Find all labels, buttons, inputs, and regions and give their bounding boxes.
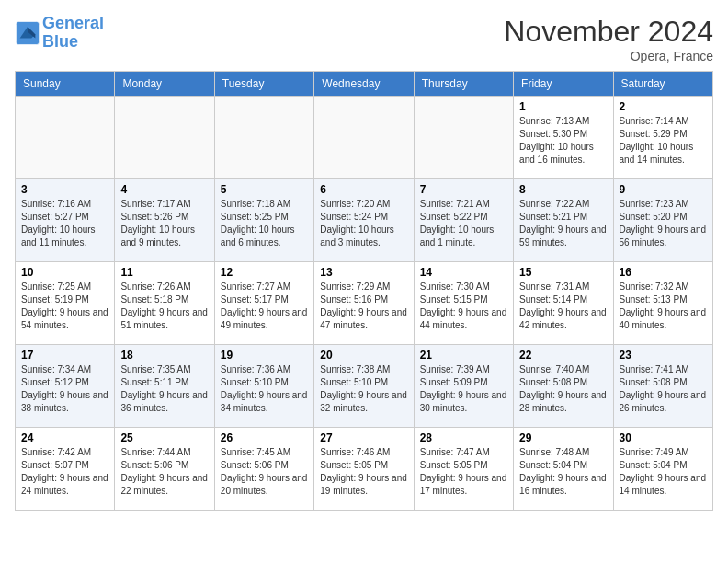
logo-general: General <box>42 14 104 32</box>
calendar-cell <box>16 97 115 179</box>
calendar-cell: 10Sunrise: 7:25 AM Sunset: 5:19 PM Dayli… <box>16 262 115 345</box>
day-info: Sunrise: 7:17 AM Sunset: 5:26 PM Dayligh… <box>120 198 208 249</box>
day-number: 9 <box>620 183 707 196</box>
day-number: 4 <box>120 183 208 196</box>
day-info: Sunrise: 7:14 AM Sunset: 5:29 PM Dayligh… <box>620 115 707 167</box>
day-number: 3 <box>21 183 108 196</box>
calendar-cell: 24Sunrise: 7:42 AM Sunset: 5:07 PM Dayli… <box>16 428 115 511</box>
calendar-week-4: 24Sunrise: 7:42 AM Sunset: 5:07 PM Dayli… <box>16 428 713 511</box>
col-monday: Monday <box>115 72 214 97</box>
day-number: 16 <box>620 266 707 279</box>
calendar-cell: 27Sunrise: 7:46 AM Sunset: 5:05 PM Dayli… <box>314 428 414 511</box>
calendar-cell: 28Sunrise: 7:47 AM Sunset: 5:05 PM Dayli… <box>414 428 513 511</box>
calendar-cell: 20Sunrise: 7:38 AM Sunset: 5:10 PM Dayli… <box>314 345 414 428</box>
calendar-cell: 4Sunrise: 7:17 AM Sunset: 5:26 PM Daylig… <box>115 179 214 262</box>
calendar-cell: 8Sunrise: 7:22 AM Sunset: 5:21 PM Daylig… <box>514 179 613 262</box>
day-number: 13 <box>320 266 407 279</box>
day-number: 22 <box>519 349 607 362</box>
calendar-cell: 5Sunrise: 7:18 AM Sunset: 5:25 PM Daylig… <box>214 179 313 262</box>
day-number: 26 <box>221 431 308 444</box>
day-info: Sunrise: 7:29 AM Sunset: 5:16 PM Dayligh… <box>320 281 407 332</box>
col-sunday: Sunday <box>16 72 115 97</box>
calendar-cell: 29Sunrise: 7:48 AM Sunset: 5:04 PM Dayli… <box>514 428 613 511</box>
calendar-cell: 16Sunrise: 7:32 AM Sunset: 5:13 PM Dayli… <box>613 262 712 345</box>
day-info: Sunrise: 7:45 AM Sunset: 5:06 PM Dayligh… <box>221 446 308 498</box>
calendar-table: Sunday Monday Tuesday Wednesday Thursday… <box>15 71 713 511</box>
day-number: 24 <box>21 431 108 444</box>
calendar-cell: 9Sunrise: 7:23 AM Sunset: 5:20 PM Daylig… <box>613 179 712 262</box>
day-number: 30 <box>620 431 707 444</box>
calendar-cell: 15Sunrise: 7:31 AM Sunset: 5:14 PM Dayli… <box>514 262 613 345</box>
day-number: 2 <box>620 100 707 113</box>
day-number: 23 <box>620 349 707 362</box>
calendar-cell <box>314 97 414 179</box>
day-info: Sunrise: 7:22 AM Sunset: 5:21 PM Dayligh… <box>519 198 607 249</box>
calendar-cell: 25Sunrise: 7:44 AM Sunset: 5:06 PM Dayli… <box>115 428 214 511</box>
day-info: Sunrise: 7:48 AM Sunset: 5:04 PM Dayligh… <box>519 446 607 498</box>
day-number: 8 <box>519 183 607 196</box>
day-number: 1 <box>519 100 607 113</box>
day-number: 12 <box>221 266 308 279</box>
location: Opera, France <box>504 49 713 63</box>
col-wednesday: Wednesday <box>314 72 414 97</box>
calendar-cell: 3Sunrise: 7:16 AM Sunset: 5:27 PM Daylig… <box>16 179 115 262</box>
logo-blue: Blue <box>42 32 78 51</box>
day-info: Sunrise: 7:38 AM Sunset: 5:10 PM Dayligh… <box>320 363 407 415</box>
calendar-cell: 6Sunrise: 7:20 AM Sunset: 5:24 PM Daylig… <box>314 179 414 262</box>
day-number: 19 <box>221 349 308 362</box>
day-info: Sunrise: 7:34 AM Sunset: 5:12 PM Dayligh… <box>21 363 108 415</box>
day-number: 21 <box>420 349 507 362</box>
day-info: Sunrise: 7:26 AM Sunset: 5:18 PM Dayligh… <box>120 281 208 332</box>
day-info: Sunrise: 7:27 AM Sunset: 5:17 PM Dayligh… <box>221 281 308 332</box>
day-number: 27 <box>320 431 407 444</box>
day-number: 15 <box>519 266 607 279</box>
day-number: 29 <box>519 431 607 444</box>
day-number: 7 <box>420 183 507 196</box>
day-info: Sunrise: 7:31 AM Sunset: 5:14 PM Dayligh… <box>519 281 607 332</box>
calendar-cell: 23Sunrise: 7:41 AM Sunset: 5:08 PM Dayli… <box>613 345 712 428</box>
day-info: Sunrise: 7:42 AM Sunset: 5:07 PM Dayligh… <box>21 446 108 498</box>
day-info: Sunrise: 7:41 AM Sunset: 5:08 PM Dayligh… <box>620 363 707 415</box>
day-number: 10 <box>21 266 108 279</box>
calendar-cell: 13Sunrise: 7:29 AM Sunset: 5:16 PM Dayli… <box>314 262 414 345</box>
day-number: 11 <box>120 266 208 279</box>
day-info: Sunrise: 7:16 AM Sunset: 5:27 PM Dayligh… <box>21 198 108 249</box>
day-info: Sunrise: 7:21 AM Sunset: 5:22 PM Dayligh… <box>420 198 507 249</box>
logo: General Blue <box>15 15 104 52</box>
day-number: 18 <box>120 349 208 362</box>
col-friday: Friday <box>514 72 613 97</box>
calendar-cell: 17Sunrise: 7:34 AM Sunset: 5:12 PM Dayli… <box>16 345 115 428</box>
calendar-cell <box>414 97 513 179</box>
day-number: 5 <box>221 183 308 196</box>
day-info: Sunrise: 7:30 AM Sunset: 5:15 PM Dayligh… <box>420 281 507 332</box>
col-tuesday: Tuesday <box>214 72 313 97</box>
page-header: General Blue November 2024 Opera, France <box>15 15 713 63</box>
title-section: November 2024 Opera, France <box>504 15 713 63</box>
day-info: Sunrise: 7:36 AM Sunset: 5:10 PM Dayligh… <box>221 363 308 415</box>
calendar-cell: 14Sunrise: 7:30 AM Sunset: 5:15 PM Dayli… <box>414 262 513 345</box>
day-info: Sunrise: 7:32 AM Sunset: 5:13 PM Dayligh… <box>620 281 707 332</box>
day-info: Sunrise: 7:49 AM Sunset: 5:04 PM Dayligh… <box>620 446 707 498</box>
day-info: Sunrise: 7:47 AM Sunset: 5:05 PM Dayligh… <box>420 446 507 498</box>
calendar-week-1: 3Sunrise: 7:16 AM Sunset: 5:27 PM Daylig… <box>16 179 713 262</box>
logo-icon <box>15 20 40 46</box>
calendar-cell: 19Sunrise: 7:36 AM Sunset: 5:10 PM Dayli… <box>214 345 313 428</box>
day-info: Sunrise: 7:44 AM Sunset: 5:06 PM Dayligh… <box>120 446 208 498</box>
calendar-cell <box>214 97 313 179</box>
calendar-cell: 21Sunrise: 7:39 AM Sunset: 5:09 PM Dayli… <box>414 345 513 428</box>
calendar-cell: 30Sunrise: 7:49 AM Sunset: 5:04 PM Dayli… <box>613 428 712 511</box>
day-number: 6 <box>320 183 407 196</box>
day-number: 14 <box>420 266 507 279</box>
day-info: Sunrise: 7:35 AM Sunset: 5:11 PM Dayligh… <box>120 363 208 415</box>
col-saturday: Saturday <box>613 72 712 97</box>
day-number: 20 <box>320 349 407 362</box>
day-info: Sunrise: 7:46 AM Sunset: 5:05 PM Dayligh… <box>320 446 407 498</box>
day-info: Sunrise: 7:25 AM Sunset: 5:19 PM Dayligh… <box>21 281 108 332</box>
calendar-cell: 7Sunrise: 7:21 AM Sunset: 5:22 PM Daylig… <box>414 179 513 262</box>
logo-text: General Blue <box>42 15 104 52</box>
day-info: Sunrise: 7:40 AM Sunset: 5:08 PM Dayligh… <box>519 363 607 415</box>
calendar-cell: 12Sunrise: 7:27 AM Sunset: 5:17 PM Dayli… <box>214 262 313 345</box>
calendar-cell: 26Sunrise: 7:45 AM Sunset: 5:06 PM Dayli… <box>214 428 313 511</box>
day-info: Sunrise: 7:39 AM Sunset: 5:09 PM Dayligh… <box>420 363 507 415</box>
day-info: Sunrise: 7:23 AM Sunset: 5:20 PM Dayligh… <box>620 198 707 249</box>
